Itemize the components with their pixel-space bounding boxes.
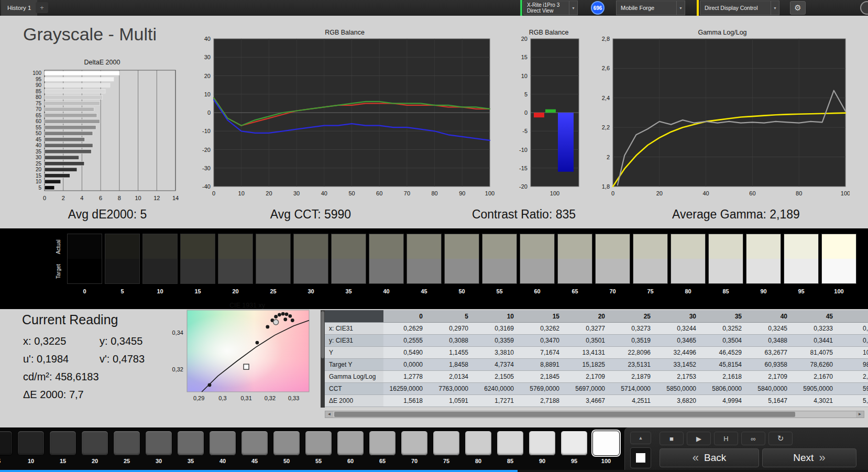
table-cell: 15,1825 bbox=[566, 359, 611, 371]
edge-panel-button[interactable] bbox=[860, 1, 868, 15]
grayscale-patch-button[interactable] bbox=[369, 431, 396, 456]
grayscale-patch-button[interactable] bbox=[17, 431, 45, 456]
grayscale-patch-button[interactable] bbox=[433, 431, 460, 456]
refresh-button[interactable]: ↻ bbox=[768, 432, 793, 445]
swatch-target bbox=[105, 259, 139, 283]
table-cell: 0,3088 bbox=[429, 335, 475, 347]
grayscale-patch-button[interactable] bbox=[273, 431, 300, 456]
table-cell: 3,6820 bbox=[657, 395, 702, 407]
svg-text:10: 10 bbox=[521, 73, 528, 79]
table-cell: 60,9358 bbox=[748, 359, 794, 371]
swatch-label: 25 bbox=[256, 288, 291, 294]
svg-text:0: 0 bbox=[207, 109, 211, 116]
chart-title-rgb-line: RGB Balance bbox=[193, 29, 497, 36]
history-tab[interactable]: History 1 bbox=[1, 0, 37, 16]
table-vertical-scrollbar[interactable] bbox=[321, 310, 325, 408]
table-corner-cell bbox=[325, 310, 383, 323]
pattern-bar-scrollbar-thumb[interactable] bbox=[0, 470, 518, 472]
grayscale-patch-button[interactable] bbox=[305, 431, 332, 456]
table-cell: 4,7374 bbox=[475, 359, 520, 371]
meter-dropdown[interactable]: X-Rite i1Pro 3 Direct View ▼ bbox=[523, 1, 578, 15]
marker-button[interactable]: H bbox=[714, 432, 738, 445]
grayscale-patch-button[interactable] bbox=[81, 431, 108, 456]
svg-text:20: 20 bbox=[521, 36, 528, 42]
table-cell: 0,3501 bbox=[566, 335, 611, 347]
gamma-line-chart: 0204060801002,82,62,42,221,8 bbox=[595, 36, 850, 202]
grayscale-patch-button[interactable] bbox=[241, 431, 268, 456]
swatch-target bbox=[445, 259, 479, 283]
continuous-button[interactable]: ∞ bbox=[741, 432, 765, 445]
table-column-header: 15 bbox=[520, 310, 566, 323]
grayscale-patch-button[interactable] bbox=[401, 431, 428, 456]
swatch-actual bbox=[633, 234, 667, 259]
svg-text:20: 20 bbox=[36, 167, 42, 172]
svg-text:-20: -20 bbox=[519, 183, 528, 190]
grayscale-swatch bbox=[482, 234, 517, 284]
swatch-label: 50 bbox=[444, 288, 479, 294]
grayscale-patch-button[interactable] bbox=[0, 431, 13, 456]
grayscale-patch-button[interactable] bbox=[177, 431, 204, 456]
svg-text:0,34: 0,34 bbox=[172, 330, 183, 336]
grayscale-patch-button[interactable] bbox=[145, 431, 172, 456]
swatch-label: 90 bbox=[746, 288, 781, 294]
scroll-right-button[interactable]: ► bbox=[856, 411, 864, 418]
panel-expand-button[interactable]: ▲ bbox=[630, 432, 651, 444]
add-tab-button[interactable]: + bbox=[36, 2, 48, 13]
table-cell: 0,3465 bbox=[657, 335, 702, 347]
table-cell: 102,9 bbox=[839, 347, 868, 359]
svg-text:35: 35 bbox=[36, 149, 42, 155]
next-button[interactable]: Next » bbox=[762, 448, 856, 467]
grayscale-swatch bbox=[671, 234, 706, 284]
svg-text:45: 45 bbox=[36, 137, 42, 142]
svg-text:90: 90 bbox=[36, 82, 42, 88]
table-cell: 33,1452 bbox=[657, 359, 702, 371]
table-cell: 0,3245 bbox=[748, 323, 794, 335]
grayscale-swatch bbox=[180, 234, 215, 284]
table-row-label: Y bbox=[325, 347, 383, 359]
display-control-dropdown[interactable]: Direct Display Control ▼ bbox=[700, 1, 779, 15]
table-cell: 2,0134 bbox=[429, 371, 475, 383]
patch-label: 100 bbox=[592, 458, 620, 464]
active-patch-indicator[interactable] bbox=[630, 447, 651, 468]
back-button[interactable]: « Back bbox=[660, 448, 759, 467]
stop-button[interactable]: ■ bbox=[660, 432, 684, 445]
play-button[interactable]: ▶ bbox=[687, 432, 711, 445]
svg-text:-40: -40 bbox=[202, 183, 211, 190]
scroll-left-button[interactable]: ◄ bbox=[325, 411, 333, 418]
svg-text:20: 20 bbox=[656, 190, 663, 196]
grayscale-patch-button[interactable] bbox=[337, 431, 364, 456]
swatch-actual bbox=[332, 234, 366, 259]
scrollbar-thumb[interactable] bbox=[334, 412, 795, 417]
grayscale-patch-button[interactable] bbox=[561, 431, 588, 456]
svg-text:65: 65 bbox=[36, 113, 42, 118]
table-cell: 6240,0000 bbox=[475, 383, 520, 395]
rgb-balance-line-chart: 0102030405060708090100403020100-10-20-30… bbox=[193, 36, 497, 202]
svg-text:6: 6 bbox=[99, 195, 102, 201]
svg-text:60: 60 bbox=[376, 190, 382, 196]
table-cell: 5905,0000 bbox=[794, 383, 839, 395]
grayscale-patch-button[interactable] bbox=[592, 431, 620, 456]
settings-button[interactable]: ⚙ bbox=[790, 1, 806, 15]
swatch-label: 100 bbox=[821, 288, 856, 294]
table-cell: 0,3470 bbox=[520, 335, 566, 347]
chevron-up-icon: ▲ bbox=[639, 435, 643, 441]
grayscale-patch-button[interactable] bbox=[49, 431, 76, 456]
table-cell: 16259,0000 bbox=[383, 383, 429, 395]
table-cell: 98,99 bbox=[839, 359, 868, 371]
svg-text:-10: -10 bbox=[202, 128, 211, 134]
pattern-source-dropdown[interactable]: Mobile Forge ▼ bbox=[616, 1, 685, 15]
swatch-actual bbox=[445, 234, 479, 259]
pattern-bar-scrollbar[interactable] bbox=[0, 470, 868, 472]
grayscale-patch-button[interactable] bbox=[497, 431, 524, 456]
grayscale-patch-button[interactable] bbox=[209, 431, 236, 456]
table-cell: 1,5618 bbox=[383, 395, 429, 407]
swatch-target bbox=[407, 259, 441, 283]
grayscale-patch-button[interactable] bbox=[529, 431, 556, 456]
grayscale-patch-button[interactable] bbox=[113, 431, 140, 456]
grayscale-patch-button[interactable] bbox=[465, 431, 492, 456]
table-horizontal-scrollbar[interactable]: ◄ ► bbox=[325, 411, 864, 418]
svg-text:100: 100 bbox=[485, 190, 495, 196]
swatch-actual bbox=[181, 234, 215, 259]
table-cell: 0,3262 bbox=[520, 323, 566, 335]
meter-count-badge[interactable]: 696 bbox=[591, 1, 605, 15]
